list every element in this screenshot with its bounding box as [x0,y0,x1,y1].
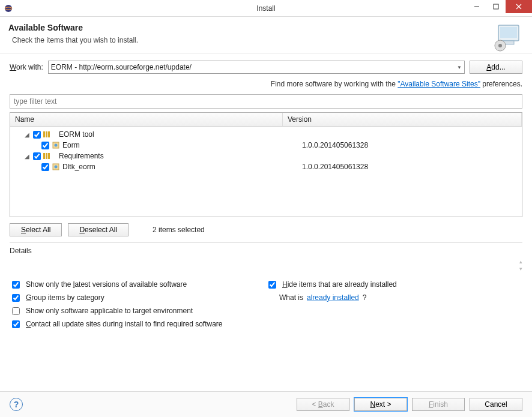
table-row[interactable]: ◢ EORM tool [10,129,522,140]
svg-rect-7 [500,27,517,38]
maximize-button[interactable] [486,0,506,13]
collapse-icon[interactable]: ◢ [23,131,31,138]
wizard-footer: ? < Back Next > Finish Cancel [0,391,532,417]
next-button[interactable]: Next > [354,398,407,411]
titlebar: Install [0,0,532,17]
divider [10,242,522,243]
window-title: Install [256,4,275,13]
eclipse-icon [4,4,13,13]
table-row[interactable]: ◢ Requirements [10,151,522,161]
details-label: Details [10,247,522,255]
back-button: < Back [297,398,349,411]
col-name[interactable]: Name [10,113,283,126]
available-sites-link[interactable]: "Available Software Sites" [397,80,480,88]
row-checkbox[interactable] [33,131,41,139]
items-selected-label: 2 items selected [153,226,205,234]
header-banner: Available Software Check the items that … [0,17,532,53]
deselect-all-button[interactable]: Deselect All [68,223,128,236]
feature-icon [52,141,60,149]
collapse-icon[interactable]: ◢ [23,152,31,160]
software-tree: Name Version ◢ EORM tool Eorm 1.0.0.2014… [10,112,522,217]
filter-input[interactable] [10,94,522,109]
option-target[interactable]: Show only software applicable to target … [10,307,266,315]
workwith-value: EORM - http://eorm.sourceforge.net/updat… [51,63,192,71]
details-box: ▴▾ [10,255,522,271]
svg-point-0 [5,5,12,12]
page-subtitle: Check the items that you wish to install… [12,36,138,44]
option-latest[interactable]: Show only the latest versions of availab… [10,280,266,289]
option-hide[interactable]: Hide items that are already installed [266,280,522,289]
chevron-down-icon: ▼ [457,65,462,70]
hint-text: Find more software by working with the "… [10,80,522,88]
page-title: Available Software [8,23,138,32]
minimize-button[interactable] [467,0,486,13]
close-button[interactable] [506,0,532,13]
whatis-text: What is already installed? [266,293,522,302]
table-row[interactable]: Dltk_eorm 1.0.0.201405061328 [10,161,522,172]
svg-point-10 [498,44,502,47]
svg-point-14 [55,166,58,169]
row-checkbox[interactable] [33,152,41,160]
workwith-combo[interactable]: EORM - http://eorm.sourceforge.net/updat… [48,61,465,74]
category-icon [43,131,56,138]
col-version[interactable]: Version [283,113,522,126]
help-icon[interactable]: ? [10,398,23,411]
select-all-button[interactable]: Select All [10,223,62,236]
svg-point-12 [55,144,58,147]
finish-button: Finish [412,398,465,411]
table-row[interactable]: Eorm 1.0.0.201405061328 [10,140,522,151]
install-icon [491,22,524,56]
add-button[interactable]: Add... [470,61,522,74]
workwith-label: Work with: [10,63,43,71]
row-checkbox[interactable] [41,163,49,171]
row-checkbox[interactable] [41,142,49,149]
category-icon [43,152,56,160]
already-installed-link[interactable]: already installed [307,293,359,302]
table-header: Name Version [10,113,522,127]
cancel-button[interactable]: Cancel [470,398,522,411]
feature-icon [52,163,60,171]
details-scroll-icon[interactable]: ▴▾ [519,259,522,272]
option-contact[interactable]: Contact all update sites during install … [10,320,266,328]
option-group[interactable]: Group items by category [10,293,266,302]
svg-rect-3 [494,4,498,9]
